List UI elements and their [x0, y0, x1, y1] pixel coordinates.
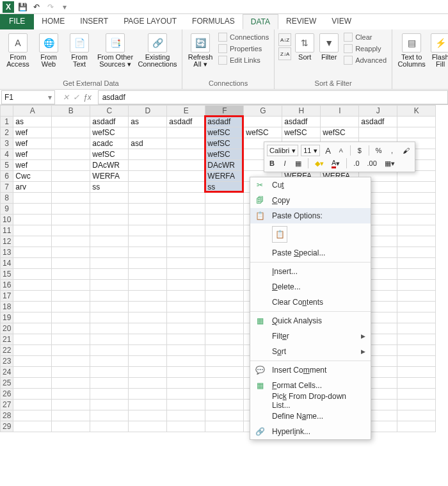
ctx-sort[interactable]: Sort▶	[250, 344, 371, 359]
sort-desc-button[interactable]: Z↓A	[278, 47, 291, 60]
cell-B9[interactable]	[52, 204, 90, 215]
cell-E12[interactable]	[167, 236, 205, 247]
cell-D21[interactable]	[129, 334, 167, 345]
cell-B10[interactable]	[52, 215, 90, 225]
row-header-9[interactable]: 9	[1, 204, 13, 215]
cell-D13[interactable]	[129, 247, 167, 258]
cell-A12[interactable]	[13, 236, 52, 247]
cell-K9[interactable]	[397, 204, 436, 215]
cell-A19[interactable]	[13, 312, 52, 323]
cell-K10[interactable]	[397, 215, 436, 225]
cell-G2[interactable]: wefSC	[244, 127, 282, 138]
row-header-10[interactable]: 10	[1, 215, 13, 225]
cell-B1[interactable]	[52, 117, 90, 127]
row-header-23[interactable]: 23	[1, 356, 13, 367]
row-header-3[interactable]: 3	[1, 138, 13, 149]
column-header-E[interactable]: E	[167, 106, 205, 117]
sort-button[interactable]: ⇅Sort	[294, 31, 316, 61]
sort-asc-button[interactable]: A↓Z	[278, 33, 291, 46]
ctx-paste-special[interactable]: Paste Special...	[250, 245, 371, 261]
cell-D19[interactable]	[129, 312, 167, 323]
cell-A8[interactable]	[13, 193, 52, 204]
cell-C4[interactable]: wefSC	[90, 149, 129, 160]
cell-C12[interactable]	[90, 236, 129, 247]
cell-B17[interactable]	[52, 291, 90, 302]
cell-D22[interactable]	[129, 345, 167, 356]
cell-K7[interactable]	[397, 182, 436, 193]
cell-A17[interactable]	[13, 291, 52, 302]
cell-K13[interactable]	[397, 247, 436, 258]
cell-A28[interactable]	[13, 410, 52, 421]
cell-E3[interactable]	[167, 138, 205, 149]
percent-format-button[interactable]: %	[373, 145, 385, 156]
cell-F12[interactable]	[205, 236, 244, 247]
cell-A21[interactable]	[13, 334, 52, 345]
cell-F16[interactable]	[205, 280, 244, 291]
cell-F23[interactable]	[205, 356, 244, 367]
cell-F1[interactable]: asdadf	[205, 117, 244, 127]
cell-K14[interactable]	[397, 258, 436, 269]
cell-B15[interactable]	[52, 269, 90, 280]
cell-B21[interactable]	[52, 334, 90, 345]
cell-H2[interactable]: wefSC	[282, 127, 321, 138]
cell-A1[interactable]: as	[13, 117, 52, 127]
cell-E29[interactable]	[167, 421, 205, 432]
cell-K18[interactable]	[397, 302, 436, 312]
column-header-I[interactable]: I	[321, 106, 359, 117]
cell-C3[interactable]: acadc	[90, 138, 129, 149]
cell-E2[interactable]	[167, 127, 205, 138]
ctx-copy[interactable]: 🗐Copy	[250, 193, 371, 208]
currency-format-button[interactable]: $	[355, 145, 365, 156]
row-header-24[interactable]: 24	[1, 367, 13, 378]
cell-A25[interactable]	[13, 378, 52, 389]
cell-C5[interactable]: DAcWR	[90, 160, 129, 171]
cell-C19[interactable]	[90, 312, 129, 323]
cell-D25[interactable]	[129, 378, 167, 389]
existing-connections-button[interactable]: 🔗Existing Connections	[137, 31, 178, 68]
cell-F8[interactable]	[205, 193, 244, 204]
cell-C11[interactable]	[90, 225, 129, 236]
cell-K8[interactable]	[397, 193, 436, 204]
cancel-formula-icon[interactable]: ✕	[63, 93, 69, 102]
cell-E22[interactable]	[167, 345, 205, 356]
ctx-delete[interactable]: Delete...	[250, 279, 371, 295]
cell-F11[interactable]	[205, 225, 244, 236]
cell-C9[interactable]	[90, 204, 129, 215]
cell-F19[interactable]	[205, 312, 244, 323]
ctx-paste-default[interactable]: 📋	[250, 223, 371, 245]
merge-button[interactable]: ▦▾	[382, 158, 397, 169]
filter-button[interactable]: ▼Filter	[318, 31, 340, 61]
cell-B28[interactable]	[52, 410, 90, 421]
ctx-quick-analysis[interactable]: ▦Quick Analysis	[250, 313, 371, 328]
cell-F24[interactable]	[205, 367, 244, 378]
cell-B12[interactable]	[52, 236, 90, 247]
cell-K29[interactable]	[397, 421, 436, 432]
cell-E4[interactable]	[167, 149, 205, 160]
cell-B7[interactable]	[52, 182, 90, 193]
cell-F27[interactable]	[205, 400, 244, 410]
ctx-filter[interactable]: Filter▶	[250, 328, 371, 344]
cell-F21[interactable]	[205, 334, 244, 345]
row-header-11[interactable]: 11	[1, 225, 13, 236]
cell-F3[interactable]: wefSC	[205, 138, 244, 149]
cell-B5[interactable]	[52, 160, 90, 171]
from-text-button[interactable]: 📄From Text	[65, 31, 93, 68]
fill-color-button[interactable]: ◆▾	[312, 158, 326, 169]
increase-decimal-button[interactable]: .0	[351, 158, 362, 169]
column-header-D[interactable]: D	[129, 106, 167, 117]
cell-C26[interactable]	[90, 389, 129, 400]
cell-B18[interactable]	[52, 302, 90, 312]
edit-links-button[interactable]: Edit Links	[217, 55, 270, 65]
cell-D20[interactable]	[129, 323, 167, 334]
refresh-all-button[interactable]: 🔄Refresh All ▾	[186, 31, 214, 68]
cell-K6[interactable]	[397, 171, 436, 182]
cell-K20[interactable]	[397, 323, 436, 334]
column-header-G[interactable]: G	[244, 106, 282, 117]
cell-D23[interactable]	[129, 356, 167, 367]
cell-B2[interactable]	[52, 127, 90, 138]
cell-K22[interactable]	[397, 345, 436, 356]
cell-D5[interactable]	[129, 160, 167, 171]
cell-E24[interactable]	[167, 367, 205, 378]
increase-font-icon[interactable]: A	[323, 145, 333, 156]
column-header-C[interactable]: C	[90, 106, 129, 117]
